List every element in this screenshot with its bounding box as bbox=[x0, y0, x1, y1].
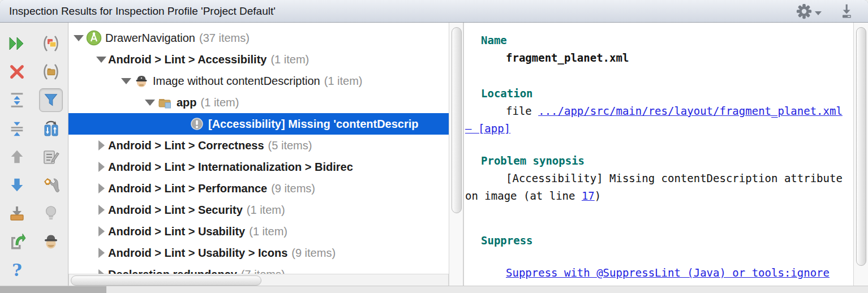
name-heading: Name bbox=[481, 32, 850, 49]
group-by-severity-icon bbox=[42, 35, 60, 53]
detective-icon bbox=[42, 232, 60, 251]
tree-row-count: (1 item) bbox=[201, 96, 239, 109]
tree-row-label: Android > Lint > Security bbox=[108, 204, 243, 217]
hide-panel-icon[interactable] bbox=[839, 3, 854, 19]
next-problem-button[interactable] bbox=[5, 173, 29, 197]
disable-inspection-button[interactable] bbox=[39, 201, 63, 225]
expand-all-button[interactable] bbox=[5, 88, 29, 112]
name-value: fragment_planet.xml bbox=[465, 49, 850, 67]
titlebar: Inspection Results for Inspection Profil… bbox=[0, 0, 868, 23]
caret-expanded-icon[interactable] bbox=[94, 57, 108, 63]
caret-collapsed-icon[interactable] bbox=[94, 140, 108, 150]
arrow-down-to-bar-icon bbox=[839, 3, 854, 19]
group-by-directory-icon bbox=[42, 63, 60, 81]
tree-row-performance-group[interactable]: Android > Lint > Performance (9 items) bbox=[68, 178, 449, 199]
expand-all-icon bbox=[8, 92, 25, 109]
tree-row-problem-selected[interactable]: [Accessibility] Missing 'contentDescrip bbox=[68, 113, 449, 135]
tree-row-count: (37 items) bbox=[199, 32, 250, 45]
collapse-all-button[interactable] bbox=[5, 117, 29, 140]
help-button[interactable]: ? bbox=[5, 258, 29, 282]
previous-problem-icon bbox=[8, 148, 25, 165]
tree-row-internationalization-group[interactable]: Android > Lint > Internationalization > … bbox=[68, 156, 449, 178]
suppress-problem-button[interactable] bbox=[39, 230, 63, 253]
rerun-inspection-button[interactable] bbox=[5, 32, 29, 55]
tree-row-accessibility-group[interactable]: Android > Lint > Accessibility (1 item) bbox=[68, 49, 449, 70]
edit-settings-icon bbox=[42, 148, 60, 166]
tree-row-security-group[interactable]: Android > Lint > Security (1 item) bbox=[68, 199, 449, 221]
inspection-tree: DrawerNavigation (37 items) Android > Li… bbox=[68, 23, 449, 293]
caret-expanded-icon[interactable] bbox=[143, 100, 157, 106]
open-in-editor-icon bbox=[8, 232, 26, 251]
details-vertical-scrollbar-thumb[interactable] bbox=[856, 27, 866, 266]
bottom-horizontal-scrollbar[interactable] bbox=[0, 286, 868, 293]
problem-synopsis-heading: Problem synopsis bbox=[481, 152, 850, 170]
group-by-severity-button[interactable] bbox=[39, 32, 63, 55]
tree-row-correctness-group[interactable]: Android > Lint > Correctness (5 items) bbox=[68, 135, 449, 156]
quick-fix-button[interactable] bbox=[39, 173, 63, 197]
warning-icon bbox=[188, 117, 205, 131]
inspection-results-window: Inspection Results for Inspection Profil… bbox=[0, 0, 868, 293]
filter-resolved-button[interactable] bbox=[39, 88, 63, 112]
tree-row-label: [Accessibility] Missing 'contentDescrip bbox=[208, 118, 419, 131]
tree-row-label: DrawerNavigation bbox=[105, 32, 195, 45]
gear-icon bbox=[796, 3, 813, 20]
group-by-directory-button[interactable] bbox=[39, 60, 63, 84]
inspector-icon bbox=[133, 74, 150, 88]
wrench-icon bbox=[42, 176, 60, 194]
tree-row-count: (5 items) bbox=[268, 139, 312, 152]
caret-collapsed-icon[interactable] bbox=[94, 183, 108, 193]
autoscroll-to-source-button[interactable] bbox=[39, 117, 63, 140]
export-icon bbox=[8, 204, 26, 222]
module-folder-icon bbox=[157, 94, 174, 110]
filter-icon bbox=[42, 92, 59, 109]
help-icon: ? bbox=[12, 260, 22, 280]
caret-collapsed-icon[interactable] bbox=[94, 226, 108, 236]
caret-expanded-icon[interactable] bbox=[72, 35, 85, 41]
location-prefix: file bbox=[506, 105, 538, 117]
android-studio-icon bbox=[85, 30, 102, 46]
settings-gear-icon[interactable] bbox=[796, 3, 822, 20]
tree-row-count: (9 items) bbox=[291, 247, 336, 260]
left-toolbar: ? bbox=[0, 23, 68, 293]
close-button[interactable] bbox=[5, 60, 29, 84]
suppress-heading: Suppress bbox=[481, 232, 850, 249]
tree-row-usability-group[interactable]: Android > Lint > Usability (1 item) bbox=[68, 221, 449, 242]
tree-vertical-scrollbar-thumb[interactable] bbox=[452, 27, 462, 213]
tree-horizontal-scrollbar[interactable] bbox=[68, 274, 449, 287]
collapse-all-icon bbox=[8, 120, 25, 137]
caret-collapsed-icon[interactable] bbox=[94, 248, 108, 258]
bottom-horizontal-scrollbar-thumb[interactable] bbox=[0, 286, 106, 293]
caret-collapsed-icon[interactable] bbox=[94, 162, 108, 172]
tree-row-label: Android > Lint > Performance bbox=[108, 182, 267, 195]
tree-row-label: Image without contentDescription bbox=[153, 75, 320, 88]
panel-body: ? DrawerNavigation (37 items) bbox=[0, 23, 868, 293]
open-in-editor-button[interactable] bbox=[5, 230, 29, 253]
tree-row-label: app bbox=[177, 96, 197, 109]
caret-collapsed-icon[interactable] bbox=[94, 205, 108, 215]
autoscroll-to-source-icon bbox=[42, 119, 60, 137]
problem-synopsis-line: [Accessibility] Missing contentDescripti… bbox=[465, 170, 850, 205]
rerun-icon bbox=[8, 35, 26, 53]
details-vertical-scrollbar[interactable] bbox=[853, 23, 868, 293]
tree-row-module[interactable]: app (1 item) bbox=[68, 92, 449, 113]
tree-row-count: (1 item) bbox=[270, 53, 309, 66]
tree-row-label: Android > Lint > Usability bbox=[108, 225, 245, 238]
caret-expanded-icon[interactable] bbox=[119, 78, 133, 84]
tree-vertical-scrollbar[interactable] bbox=[449, 23, 463, 293]
synopsis-line-number-link[interactable]: 17 bbox=[582, 189, 595, 202]
tree-row-project[interactable]: DrawerNavigation (37 items) bbox=[68, 27, 449, 49]
edit-settings-button[interactable] bbox=[39, 145, 63, 169]
gear-dropdown-caret-icon bbox=[815, 11, 822, 15]
tree-row-count: (1 item) bbox=[249, 225, 287, 238]
next-problem-icon bbox=[8, 176, 25, 193]
previous-problem-button[interactable] bbox=[5, 145, 29, 169]
tree-horizontal-scrollbar-thumb[interactable] bbox=[71, 275, 261, 286]
location-heading: Location bbox=[481, 85, 850, 102]
tree-row-inspection[interactable]: Image without contentDescription (1 item… bbox=[68, 70, 449, 92]
tree-row-label: Android > Lint > Accessibility bbox=[108, 53, 267, 66]
tree-row-usability-icons-group[interactable]: Android > Lint > Usability > Icons (9 it… bbox=[68, 242, 449, 264]
location-line: file .../app/src/main/res/layout/fragmen… bbox=[465, 102, 850, 137]
synopsis-suffix: ) bbox=[595, 189, 601, 202]
export-results-button[interactable] bbox=[5, 201, 29, 225]
window-title: Inspection Results for Inspection Profil… bbox=[9, 5, 276, 18]
